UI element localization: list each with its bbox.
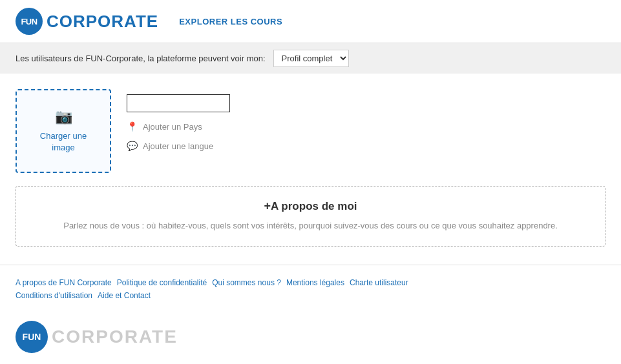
add-country-link[interactable]: Ajouter un Pays	[143, 122, 202, 132]
add-language-link[interactable]: Ajouter une langue	[143, 141, 213, 151]
bottom-logo-text: CORPORATE	[52, 327, 178, 347]
footer-link-about[interactable]: A propos de FUN Corporate	[16, 278, 112, 287]
about-me-box[interactable]: +A propos de moi Parlez nous de vous : o…	[16, 186, 605, 247]
footer-link-aide[interactable]: Aide et Contact	[98, 291, 151, 300]
explore-courses-link[interactable]: EXPLORER LES COURS	[179, 17, 282, 26]
visibility-label: Les utilisateurs de FUN-Corporate, la pl…	[16, 54, 266, 63]
about-title: +A propos de moi	[32, 199, 589, 213]
language-row: 💬 Ajouter une langue	[127, 141, 230, 151]
location-icon: 📍	[127, 121, 138, 132]
bottom-logo: FUN CORPORATE	[0, 310, 621, 363]
divider	[0, 265, 621, 265]
bottom-logo-fun: FUN	[23, 332, 41, 342]
footer-links-row2: Conditions d'utilisation Aide et Contact	[16, 291, 605, 300]
bottom-logo-circle: FUN	[16, 321, 48, 353]
footer-link-mentions[interactable]: Mentions légales	[286, 278, 344, 287]
logo-fun-text: FUN	[21, 17, 37, 26]
plus-icon: +	[264, 199, 271, 212]
visibility-bar: Les utilisateurs de FUN-Corporate, la pl…	[0, 43, 621, 74]
visibility-select[interactable]: Profil complet Profil limité Profil priv…	[273, 50, 349, 67]
about-description: Parlez nous de vous : où habitez-vous, q…	[32, 219, 589, 233]
logo-circle: FUN	[16, 8, 43, 35]
upload-label: Charger une image	[40, 130, 87, 154]
main-content: 📷 Charger une image 📍 Ajouter un Pays 💬 …	[0, 74, 621, 262]
header: FUN CORPORATE EXPLORER LES COURS	[0, 0, 621, 43]
footer-link-charte[interactable]: Charte utilisateur	[350, 278, 408, 287]
footer-link-who[interactable]: Qui sommes nous ?	[212, 278, 281, 287]
speech-icon: 💬	[127, 141, 138, 151]
country-row: 📍 Ajouter un Pays	[127, 121, 230, 132]
footer-link-privacy[interactable]: Politique de confidentialité	[117, 278, 207, 287]
name-input[interactable]	[127, 94, 230, 112]
profile-section: 📷 Charger une image 📍 Ajouter un Pays 💬 …	[16, 89, 605, 173]
camera-icon: 📷	[55, 108, 72, 125]
upload-image-box[interactable]: 📷 Charger une image	[16, 89, 111, 173]
footer: A propos de FUN Corporate Politique de c…	[0, 268, 621, 310]
logo: FUN CORPORATE	[16, 8, 158, 35]
footer-links-row1: A propos de FUN Corporate Politique de c…	[16, 278, 605, 287]
logo-brand-text: CORPORATE	[47, 12, 158, 32]
footer-link-conditions[interactable]: Conditions d'utilisation	[16, 291, 92, 300]
profile-fields: 📍 Ajouter un Pays 💬 Ajouter une langue	[127, 89, 230, 151]
